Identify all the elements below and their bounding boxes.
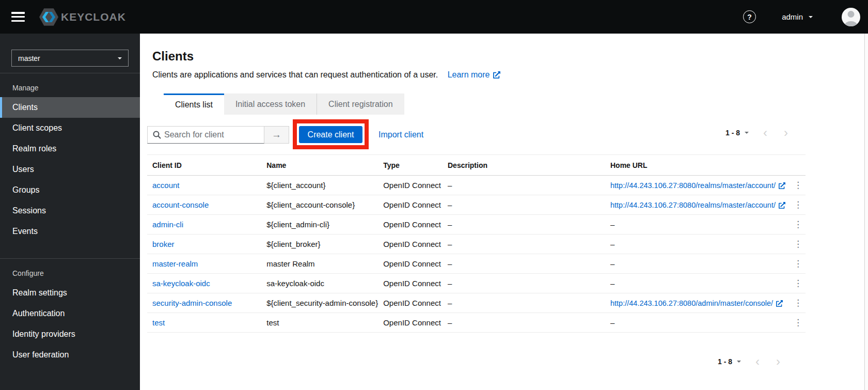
kebab-menu-button[interactable]: ⋮ [791, 317, 806, 328]
sidebar-item-realm-settings[interactable]: Realm settings [0, 283, 140, 303]
client-name: ${client_account-console} [261, 195, 378, 215]
main-content: Clients Clients are applications and ser… [140, 34, 864, 390]
nav-group-title-manage: Manage [12, 84, 140, 92]
client-description: – [443, 195, 605, 215]
client-id-link[interactable]: master-realm [152, 259, 198, 268]
pagination-prev-button[interactable]: ‹ [753, 355, 762, 368]
kebab-menu-button[interactable]: ⋮ [791, 199, 806, 210]
chevron-down-icon [745, 132, 749, 134]
home-url-link[interactable]: http://44.243.106.27:8080/realms/master/… [610, 181, 785, 190]
tab-initial-access-token[interactable]: Initial access token [224, 93, 317, 115]
search-submit-button[interactable]: → [264, 126, 289, 144]
sidebar-item-identity-providers[interactable]: Identity providers [0, 324, 140, 345]
keycloak-logo: KEYCLOAK [39, 8, 126, 26]
table-row-sa-keycloak-oidc: sa-keycloak-oidcsa-keycloak-oidcOpenID C… [147, 274, 806, 293]
import-client-link[interactable]: Import client [378, 130, 423, 139]
kebab-menu-button[interactable]: ⋮ [791, 219, 806, 230]
annotation-highlight-rectangle: Create client [293, 119, 369, 149]
sidebar-item-sessions[interactable]: Sessions [0, 200, 140, 221]
page-description: Clients are applications and services th… [152, 70, 500, 80]
chevron-right-icon: › [784, 126, 788, 139]
client-id-link[interactable]: broker [152, 240, 175, 248]
pagination-range-dropdown[interactable]: 1 - 8 [725, 129, 749, 137]
topbar: KEYCLOAK ? admin [0, 0, 868, 34]
kebab-menu-button[interactable]: ⋮ [791, 278, 806, 289]
topbar-right: ? admin [743, 8, 860, 26]
sidebar-item-user-federation[interactable]: User federation [0, 345, 140, 365]
client-type: OpenID Connect [378, 313, 443, 333]
help-icon[interactable]: ? [743, 10, 756, 23]
tab-client-registration[interactable]: Client registration [317, 93, 404, 115]
page-title: Clients [152, 49, 194, 64]
external-link-icon [493, 71, 500, 79]
client-id-link[interactable]: sa-keycloak-oidc [152, 279, 210, 288]
home-url-link[interactable]: http://44.243.106.27:8080/realms/master/… [610, 201, 785, 209]
table-row-account: account${client_account}OpenID Connect–h… [147, 176, 806, 195]
client-type: OpenID Connect [378, 254, 443, 274]
hamburger-menu-button[interactable] [11, 12, 25, 22]
table-row-admin-cli: admin-cli${client_admin-cli}OpenID Conne… [147, 215, 806, 235]
pagination-range-dropdown[interactable]: 1 - 8 [718, 357, 741, 366]
sidebar-item-realm-roles[interactable]: Realm roles [0, 138, 140, 159]
sidebar-item-authentication[interactable]: Authentication [0, 303, 140, 324]
client-name: test [261, 313, 378, 333]
sidebar-nav: ManageClientsClient scopesRealm rolesUse… [0, 84, 140, 365]
client-id-link[interactable]: admin-cli [152, 220, 183, 229]
pagination-top: 1 - 8 ‹ › [725, 127, 790, 139]
client-id-link[interactable]: account-console [152, 200, 209, 209]
avatar[interactable] [842, 8, 860, 26]
scrollbar[interactable] [864, 34, 868, 390]
client-type: OpenID Connect [378, 215, 443, 235]
realm-selector-section: master [0, 34, 140, 73]
sidebar-item-client-scopes[interactable]: Client scopes [0, 118, 140, 138]
realm-name: master [18, 54, 40, 63]
pagination-prev-button[interactable]: ‹ [761, 127, 769, 139]
learn-more-link[interactable]: Learn more [448, 70, 500, 80]
client-description: – [443, 235, 605, 254]
table-row-master-realm: master-realmmaster RealmOpenID Connect––… [147, 254, 806, 274]
client-type: OpenID Connect [378, 274, 443, 293]
table-row-security-admin-console: security-admin-console${client_security-… [147, 293, 806, 313]
tab-clients-list[interactable]: Clients list [164, 93, 224, 115]
keycloak-logo-icon [39, 8, 58, 26]
client-id-link[interactable]: test [152, 318, 165, 327]
column-header-type: Type [378, 155, 443, 176]
kebab-menu-button[interactable]: ⋮ [791, 258, 806, 269]
home-url-empty: – [605, 254, 785, 274]
user-menu-dropdown[interactable]: admin [782, 12, 813, 21]
table-row-test: testtestOpenID Connect––⋮ [147, 313, 806, 333]
client-description: – [443, 176, 605, 195]
sidebar-item-events[interactable]: Events [0, 221, 140, 242]
username: admin [782, 12, 803, 21]
kebab-menu-button[interactable]: ⋮ [791, 298, 806, 308]
sidebar-item-groups[interactable]: Groups [0, 180, 140, 200]
column-header-name: Name [261, 155, 378, 176]
client-name: ${client_broker} [261, 235, 378, 254]
kebab-menu-button[interactable]: ⋮ [791, 180, 806, 191]
kebab-menu-button[interactable]: ⋮ [791, 239, 806, 249]
create-client-button[interactable]: Create client [299, 126, 362, 143]
home-url-empty: – [605, 215, 785, 235]
client-description: – [443, 215, 605, 235]
sidebar-item-users[interactable]: Users [0, 159, 140, 180]
client-description: – [443, 293, 605, 313]
realm-selector[interactable]: master [11, 50, 129, 67]
arrow-right-icon: → [272, 129, 281, 140]
sidebar: master ManageClientsClient scopesRealm r… [0, 34, 140, 390]
search-input[interactable] [164, 127, 262, 143]
sidebar-item-clients[interactable]: Clients [0, 97, 140, 118]
home-url-empty: – [605, 274, 785, 293]
search-group: → [147, 126, 289, 144]
client-description: – [443, 274, 605, 293]
client-id-link[interactable]: security-admin-console [152, 299, 232, 307]
client-name: master Realm [261, 254, 378, 274]
home-url-link[interactable]: http://44.243.106.27:8080/admin/master/c… [610, 299, 783, 307]
client-name: ${client_security-admin-console} [261, 293, 378, 313]
nav-divider [0, 258, 140, 259]
chevron-down-icon [737, 361, 741, 363]
client-id-link[interactable]: account [152, 181, 180, 190]
pagination-next-button[interactable]: › [782, 127, 790, 139]
chevron-down-icon [809, 16, 813, 18]
client-name: ${client_account} [261, 176, 378, 195]
pagination-next-button[interactable]: › [774, 355, 782, 368]
